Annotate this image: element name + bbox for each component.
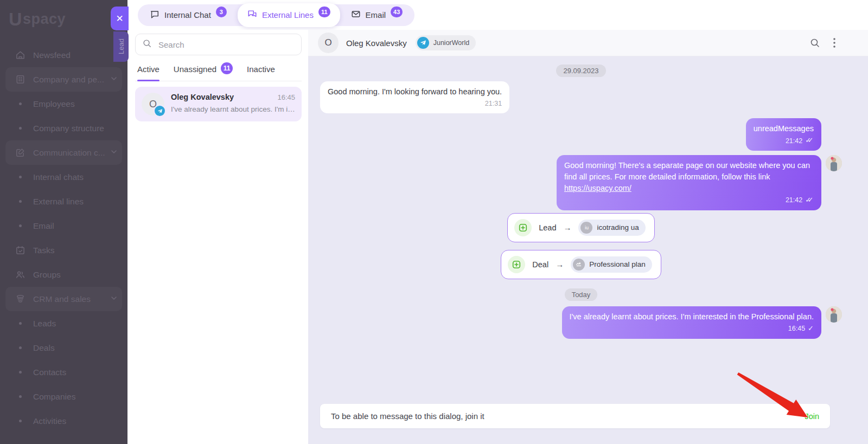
avatar: O [142,93,164,115]
tab-email[interactable]: Email 43 [341,4,413,26]
entity-name: Professional plan [589,260,646,268]
sidebar-item-activities[interactable]: Activities [5,409,122,433]
tab-external-lines[interactable]: External Lines 11 [238,3,340,27]
conversation-list-item[interactable]: O Oleg Kovalevsky 16:45 I've already lea… [135,87,302,121]
unread-badge: 43 [391,7,403,17]
filter-inactive[interactable]: Inactive [247,63,275,81]
avatar-letter: O [324,37,331,48]
sent-checkmark-icon: ✓ [808,324,814,334]
sidebar-item-communication-center[interactable]: Communication c... [5,140,122,165]
chevron-down-icon [110,294,118,304]
conversation-name: Oleg Kovalevsky [171,93,234,101]
sidebar-item-leads[interactable]: Leads [5,311,122,336]
lead-side-tab-label: Lead [117,39,125,55]
close-icon: ✕ [116,13,123,24]
sidebar-item-label: Leads [33,319,56,329]
add-entity-icon [508,256,525,273]
filter-label: Unassigned [174,65,216,74]
unread-badge: 11 [318,7,330,17]
sidebar-item-label: Companies [33,392,75,402]
sidebar-item-newsfeed[interactable]: Newsfeed [5,43,122,67]
deal-icon [573,259,585,271]
sidebar-item-label: Email [33,221,54,231]
telegram-icon [154,105,166,117]
tab-label: Email [366,10,386,20]
close-panel-button[interactable]: ✕ [111,7,129,30]
tab-label: Internal Chat [164,10,211,20]
bullet-icon [19,395,22,398]
agent-avatar [826,155,842,171]
message-link[interactable]: https://uspacy.com/ [564,183,631,194]
conversation-list-panel: Active Unassigned 11 Inactive O Oleg Kov [129,30,308,444]
sidebar-item-internal-chats[interactable]: Internal chats [5,165,122,189]
search-icon[interactable] [809,37,820,48]
create-deal-card[interactable]: Deal → Professional plan [501,250,661,279]
sidebar-item-contacts[interactable]: Contacts [5,360,122,384]
read-checkmarks-icon: ✓✓ [805,195,814,205]
sidebar-item-label: Contacts [33,368,66,377]
filter-active[interactable]: Active [137,63,159,81]
sidebar-item-external-lines[interactable]: External lines [5,189,122,214]
create-lead-card[interactable]: Lead → iu icotrading ua [507,213,655,242]
sidebar-item-label: External lines [33,197,84,207]
sidebar-item-deals[interactable]: Deals [5,336,122,360]
avatar: O [318,33,339,53]
main-area: Internal Chat 3 External Lines 11 Email … [129,0,868,444]
conversation-preview: I've already learnt about prices. I'm in… [171,105,295,113]
join-button[interactable]: Join [805,412,819,421]
envelope-icon [351,9,361,21]
sidebar-item-company-and-people[interactable]: Company and pe... [5,67,122,92]
bullet-icon [19,127,22,130]
conversation-summary: Oleg Kovalevsky 16:45 I've already learn… [171,93,295,115]
sidebar-item-groups[interactable]: Groups [5,262,122,287]
bullet-icon [19,322,22,325]
message-time: 21:42 [786,195,802,205]
tab-internal-chat[interactable]: Internal Chat 3 [140,4,237,26]
sidebar-item-tasks[interactable]: Tasks [5,238,122,262]
unread-badge: 3 [216,7,227,17]
lead-side-tab[interactable]: Lead [113,31,129,62]
channel-name: JuniorWorld [433,39,469,47]
message-text: unreadMessages [754,123,814,134]
chat-panel: O Oleg Kovalevsky JuniorWorld 29.09.2023 [308,30,868,444]
add-entity-icon [514,219,532,236]
list-filter-tabs: Active Unassigned 11 Inactive [135,63,302,81]
outgoing-message-bubble: unreadMessages 21:42 ✓✓ [746,118,821,151]
building-icon [14,74,26,86]
top-tab-bar: Internal Chat 3 External Lines 11 Email … [129,0,868,30]
arrow-right-icon: → [556,260,564,269]
sidebar-item-crm-and-sales[interactable]: CRM and sales [5,287,122,311]
channel-chip: JuniorWorld [416,35,476,50]
message-text: I've already learnt about prices. I'm in… [570,312,814,321]
sidebar-item-label: Company structure [33,124,104,133]
sidebar-item-email[interactable]: Email [5,214,122,238]
agent-avatar [826,306,842,323]
chat-bubble-icon [150,9,159,21]
chat-contact-name: Oleg Kovalevsky [346,38,407,48]
sidebar-item-label: Internal chats [33,172,84,182]
filter-unassigned[interactable]: Unassigned 11 [174,63,233,81]
sidebar: Uspacy Newsfeed Company and pe... Employ… [0,0,127,444]
linked-entity-chip: Professional plan [571,256,652,273]
chat-mode-tabs: Internal Chat 3 External Lines 11 Email … [138,4,414,26]
sidebar-item-company-structure[interactable]: Company structure [5,116,122,140]
bullet-icon [19,371,22,374]
sidebar-item-label: Communication c... [33,148,105,158]
message-area: 29.09.2023 Good morning. I'm looking for… [308,56,868,444]
search-input[interactable] [157,40,295,50]
logo-text: spacy [23,11,66,28]
funnel-stack-icon [14,293,26,305]
unassigned-count-badge: 11 [221,62,233,74]
kebab-menu-icon[interactable] [833,38,835,48]
bullet-icon [19,176,22,178]
sidebar-item-employees[interactable]: Employees [5,92,122,116]
logo-u-glyph: U [9,9,22,30]
pencil-note-icon [14,147,26,159]
sidebar-item-label: Groups [33,270,61,280]
message-text: Good morning. I'm looking forward to hea… [328,86,502,98]
sidebar-item-companies[interactable]: Companies [5,384,122,409]
chat-header-actions [809,37,858,48]
sidebar-item-label: Tasks [33,246,55,255]
sidebar-item-label: CRM and sales [33,294,91,304]
conversation-time: 16:45 [277,93,295,101]
